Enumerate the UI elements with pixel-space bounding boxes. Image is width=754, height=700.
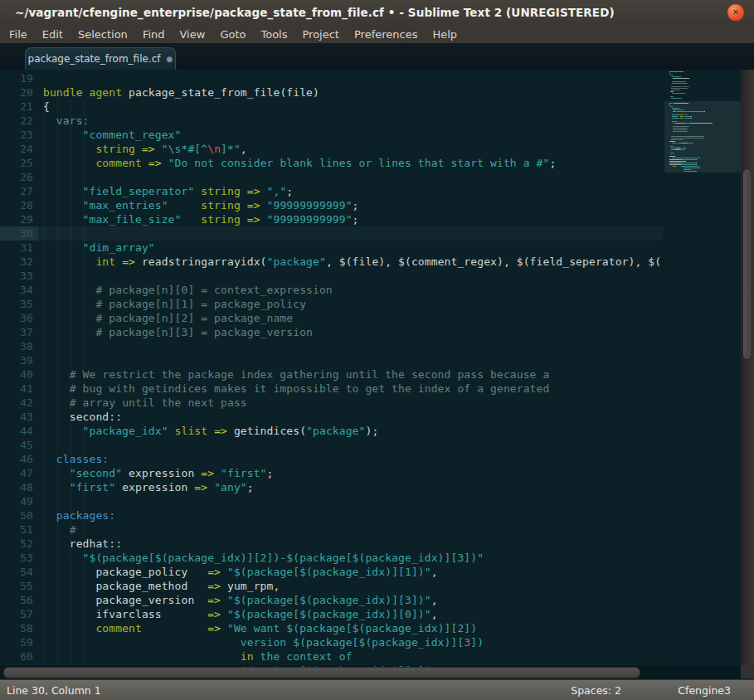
line-number: 30: [0, 226, 33, 241]
line-number: 33: [0, 269, 33, 283]
code-line-31[interactable]: 31 "dim_array": [0, 241, 741, 255]
code-line-27[interactable]: 27 "field_seperator" string => ",";: [0, 184, 741, 198]
code-line-25[interactable]: 25 comment => "Do not consider blank lin…: [0, 156, 741, 170]
token: [155, 143, 162, 155]
menu-item-project[interactable]: Project: [294, 28, 346, 41]
code-line-30[interactable]: 30: [0, 226, 741, 241]
close-button[interactable]: ✕: [727, 3, 745, 22]
code-line-39[interactable]: 39: [0, 353, 741, 367]
token: # package[n][1] = package_policy: [95, 298, 306, 310]
menu-item-preferences[interactable]: Preferences: [347, 28, 425, 41]
indent-settings-button[interactable]: Spaces: 2: [571, 684, 621, 697]
code-line-20[interactable]: 20bundle agent package_state_from_file(f…: [0, 85, 741, 100]
code-line-36[interactable]: 36 # package[n][2] = package_name: [0, 311, 741, 325]
modified-dot-icon: ●: [167, 56, 173, 63]
menu-item-selection[interactable]: Selection: [71, 28, 135, 41]
code-line-34[interactable]: 34 # package[n][0] = context_expression: [0, 283, 741, 297]
code-text: "dim_array": [43, 241, 155, 255]
line-number: 22: [0, 114, 33, 128]
token: "comment_regex": [83, 129, 182, 141]
code-line-41[interactable]: 41 # bug with getindices makes it imposs…: [0, 382, 741, 396]
code-line-51[interactable]: 51 #: [0, 523, 741, 537]
code-line-44[interactable]: 44 "package_idx" slist => getindices("pa…: [0, 424, 741, 438]
code-line-22[interactable]: 22 vars:: [0, 114, 741, 128]
token: [241, 199, 247, 211]
code-line-43[interactable]: 43 second::: [0, 410, 741, 424]
code-line-35[interactable]: 35 # package[n][1] = package_policy: [0, 297, 741, 311]
code-line-21[interactable]: 21{: [0, 100, 741, 114]
code-line-52[interactable]: 52 redhat::: [0, 537, 741, 551]
code-line-28[interactable]: 28 "max_entries" string => "99999999999"…: [0, 198, 741, 212]
menu-item-edit[interactable]: Edit: [35, 28, 71, 41]
token: "max_file_size": [83, 213, 182, 226]
code-line-29[interactable]: 29 "max_file_size" string => "9999999999…: [0, 212, 741, 226]
code-line-48[interactable]: 48 "first" expression => "any";: [0, 480, 741, 494]
menu-item-tools[interactable]: Tools: [253, 28, 294, 41]
token: =>: [247, 213, 260, 226]
menu-item-goto[interactable]: Goto: [212, 28, 253, 41]
code-line-49[interactable]: 49: [0, 494, 741, 508]
token: =>: [207, 566, 221, 578]
token: [142, 157, 148, 169]
code-line-37[interactable]: 37 # package[n][3] = package_version: [0, 325, 741, 339]
token: {: [43, 100, 50, 113]
code-text: int => readstringarrayidx("package", $(f…: [43, 255, 661, 269]
code-line-19[interactable]: 19: [0, 71, 741, 85]
menu-item-find[interactable]: Find: [135, 28, 173, 41]
line-number: 29: [0, 212, 33, 226]
code-line-24[interactable]: 24 string => "\s*#[^\n]*",: [0, 142, 741, 156]
code-line-50[interactable]: 50 packages:: [0, 508, 741, 523]
token: =>: [247, 185, 260, 197]
code-line-26[interactable]: 26: [0, 170, 741, 184]
code-line-53[interactable]: 53 "$(package[$(package_idx)][2])-$(pack…: [0, 551, 741, 565]
code-line-60[interactable]: 60 in the context of: [0, 649, 741, 664]
status-bar: Line 30, Column 1 Spaces: 2 Cfengine3: [0, 679, 754, 700]
code-line-45[interactable]: 45: [0, 438, 741, 452]
code-line-54[interactable]: 54 package_policy => "$(package[$(packag…: [0, 565, 741, 579]
token: "$(package[$(package_idx)][2])-$(package…: [83, 552, 484, 564]
vertical-scrollbar-thumb[interactable]: [742, 168, 752, 360]
token: [43, 425, 83, 437]
code-line-55[interactable]: 55 package_method => yum_rpm,: [0, 579, 741, 593]
token: [221, 594, 227, 606]
token: # package[n][3] = package_version: [95, 326, 313, 338]
token: second::: [43, 411, 122, 423]
code-line-47[interactable]: 47 "second" expression => "first";: [0, 466, 741, 480]
code-line-33[interactable]: 33: [0, 269, 741, 283]
tab-package-state-from-file[interactable]: package_state_from_file.cf ●: [25, 47, 176, 70]
vertical-scrollbar-track[interactable]: [741, 70, 754, 665]
code-line-38[interactable]: 38: [0, 339, 741, 353]
tab-label: package_state_from_file.cf: [28, 53, 161, 65]
minimap-line: [669, 71, 683, 72]
menu-item-file[interactable]: File: [2, 28, 35, 41]
token: ",": [267, 185, 287, 197]
token: [207, 481, 214, 493]
menu-item-view[interactable]: View: [173, 28, 213, 41]
token: [43, 396, 70, 409]
code-line-56[interactable]: 56 package_version => "$(package[$(packa…: [0, 593, 741, 607]
code-line-32[interactable]: 32 int => readstringarrayidx("package", …: [0, 255, 741, 269]
code-text: "first" expression => "any";: [43, 480, 254, 494]
line-number: 53: [0, 551, 33, 565]
syntax-selector-button[interactable]: Cfengine3: [678, 684, 731, 697]
code-line-58[interactable]: 58 comment => "We want $(package[$(packa…: [0, 621, 741, 635]
line-number: 44: [0, 424, 33, 438]
line-number: 50: [0, 508, 33, 523]
code-editor[interactable]: 1920bundle agent package_state_from_file…: [0, 70, 741, 675]
token: #: [70, 523, 76, 536]
code-line-57[interactable]: 57 ifvarclass => "$(package[$(package_id…: [0, 607, 741, 621]
token: =>: [207, 580, 221, 592]
horizontal-scrollbar-thumb[interactable]: [3, 667, 640, 678]
horizontal-scrollbar-track[interactable]: [0, 665, 741, 678]
code-line-42[interactable]: 42 # array until the next pass: [0, 396, 741, 410]
token: [43, 368, 70, 381]
code-line-40[interactable]: 40 # We restrict the package index gathe…: [0, 367, 741, 382]
minimap-viewport[interactable]: [664, 101, 742, 173]
token: ]): [470, 636, 484, 649]
minimap[interactable]: [664, 70, 742, 665]
code-line-59[interactable]: 59 version $(package[$(package_idx)][3]): [0, 635, 741, 649]
code-line-46[interactable]: 46 classes:: [0, 452, 741, 466]
token: version $(package[$(package_idx)][: [241, 636, 465, 649]
code-line-23[interactable]: 23 "comment_regex": [0, 128, 741, 142]
menu-item-help[interactable]: Help: [425, 28, 465, 41]
